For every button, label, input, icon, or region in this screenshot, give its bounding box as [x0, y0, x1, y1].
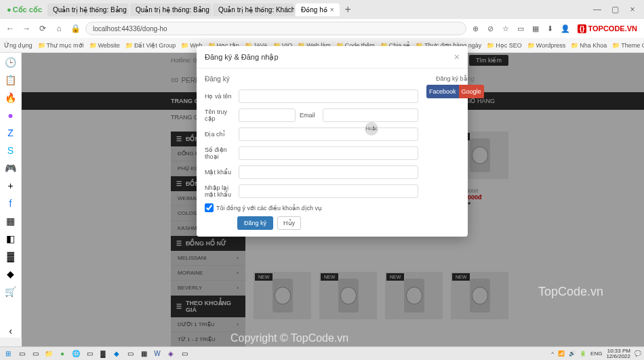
tab-label: Quản trị hệ thống: Bảng điề [53, 6, 129, 14]
start-icon[interactable]: ⊞ [3, 348, 14, 359]
word-icon[interactable]: W [152, 348, 163, 359]
minimize-icon[interactable]: — [591, 3, 603, 16]
task-app-icon[interactable]: ▓ [98, 348, 108, 359]
email-field[interactable] [323, 108, 418, 122]
address-bar[interactable] [85, 22, 466, 35]
cast-icon[interactable]: ▭ [515, 23, 526, 34]
task-app-icon[interactable]: ▭ [16, 348, 27, 359]
tab[interactable]: Quản trị hệ thống: Bảng điề× [130, 3, 212, 16]
facebook-icon[interactable]: f [4, 197, 18, 210]
url-bar: ← → ⟳ ⌂ 🔒 ⊕ ⊘ ☆ ▭ ▦ ⬇ 👤 {}TOPCODE.VN [0, 19, 644, 38]
username-label: Tên truy cập [205, 108, 235, 122]
clock-date[interactable]: 12/6/2022 [606, 354, 630, 359]
extension-icon[interactable]: ▦ [530, 23, 541, 34]
zoom-icon[interactable]: ⊕ [470, 23, 481, 34]
zalo-icon[interactable]: Z [4, 126, 18, 140]
tabs-bar: Cốc cốc Quản trị hệ thống: Bảng điề× Quả… [0, 0, 644, 19]
tab-label: Đồng hồ [301, 6, 327, 14]
tab[interactable]: Quản trị hệ thống: Khách hà× [213, 3, 294, 16]
fullname-field[interactable] [239, 89, 418, 103]
tray-icon[interactable]: ^ [551, 351, 554, 357]
maximize-icon[interactable]: ▢ [609, 3, 621, 16]
explorer-icon[interactable]: 📁 [43, 348, 54, 359]
register-modal: Đăng ký & Đăng nhập × Đăng ký Họ và tên … [197, 46, 468, 237]
tab-label: Quản trị hệ thống: Khách hà [218, 6, 294, 14]
close-icon[interactable]: × [454, 52, 460, 62]
form-subtitle: Đăng ký [205, 75, 418, 83]
username-field[interactable] [239, 108, 296, 122]
address-field[interactable] [239, 127, 418, 141]
lock-icon: 🔒 [69, 22, 81, 35]
app-icon[interactable]: ▦ [4, 214, 18, 228]
vscode-icon[interactable]: ◆ [111, 348, 122, 359]
task-app-icon[interactable]: ▭ [179, 348, 190, 359]
app-sidebar: 🕒 📋 🔥 ● Z S 🎮 + f ▦ ◧ ▓ ◆ 🛒 ‹ [0, 53, 22, 338]
download-icon[interactable]: ⬇ [545, 23, 556, 34]
history-icon[interactable]: 🕒 [4, 56, 18, 69]
modal-title: Đăng ký & Đăng nhập [205, 53, 279, 62]
window-close-icon[interactable]: × [626, 3, 639, 16]
new-tab-button[interactable]: + [341, 3, 355, 16]
battery-icon[interactable]: 🔋 [580, 351, 586, 357]
bookmark[interactable]: Ứng dụng [4, 42, 33, 49]
profile-icon[interactable]: 👤 [560, 23, 571, 34]
back-icon[interactable]: ← [4, 22, 16, 35]
skype-icon[interactable]: S [4, 144, 18, 157]
task-app-icon[interactable]: ▦ [138, 348, 149, 359]
social-title: Đăng ký bằng [426, 75, 484, 82]
app-icon[interactable]: ▓ [4, 249, 18, 263]
taskbar: ⊞ ▭ ▭ 📁 ● 🌐 ▭ ▓ ◆ ▭ ▦ W ◈ ▭ ^ 📶 🔊 🔋 ENG … [0, 346, 644, 360]
reload-icon[interactable]: ⟳ [37, 22, 49, 35]
or-divider: Hoặc [365, 122, 378, 136]
submit-button[interactable]: Đăng ký [237, 216, 273, 230]
tab-active[interactable]: Đồng hồ× [296, 3, 340, 16]
vs-icon[interactable]: ◈ [165, 348, 176, 359]
facebook-button[interactable]: Facebook [426, 85, 459, 98]
close-icon[interactable]: × [330, 6, 334, 14]
phone-field[interactable] [239, 146, 418, 160]
star-icon[interactable]: ☆ [500, 23, 511, 34]
agree-checkbox[interactable] [205, 203, 214, 212]
game-icon[interactable]: 🎮 [4, 161, 18, 175]
task-app-icon[interactable]: ▭ [30, 348, 41, 359]
bookmark[interactable]: 📁Nha Khoa [571, 42, 607, 49]
browser-logo: Cốc cốc [3, 5, 46, 14]
google-button[interactable]: Google [459, 85, 484, 98]
app-icon[interactable]: ◧ [4, 232, 18, 245]
bookmark[interactable]: 📁Đất Việt Group [125, 42, 176, 49]
password-label: Mật khẩu [205, 169, 235, 176]
password-field[interactable] [239, 165, 418, 179]
notification-icon[interactable]: 💬 [635, 351, 641, 357]
bookmark[interactable]: 📁Học SEO [487, 42, 522, 49]
app-icon[interactable]: ◆ [4, 267, 18, 281]
forward-icon[interactable]: → [20, 22, 33, 35]
lang-indicator[interactable]: ENG [590, 351, 602, 357]
address-label: Địa chỉ [205, 131, 235, 138]
topcode-text: TOPCODE.VN [588, 24, 637, 33]
note-icon[interactable]: 📋 [4, 73, 18, 87]
tab-label: Quản trị hệ thống: Bảng điề [136, 6, 212, 14]
cancel-button[interactable]: Hủy [277, 216, 301, 230]
collapse-icon[interactable]: ‹ [4, 324, 18, 338]
task-app-icon[interactable]: ▭ [84, 348, 95, 359]
cart-icon[interactable]: 🛒 [4, 285, 18, 298]
wifi-icon[interactable]: 📶 [558, 351, 565, 357]
email-label: Email [300, 112, 319, 119]
browser-icon[interactable]: ● [57, 348, 68, 359]
chrome-icon[interactable]: 🌐 [71, 348, 81, 359]
social-login: Đăng ký bằng Facebook Google [426, 75, 484, 230]
fire-icon[interactable]: 🔥 [4, 91, 18, 104]
bookmark[interactable]: 📁Theme Clone [612, 42, 644, 49]
home-icon[interactable]: ⌂ [53, 22, 65, 35]
shield-icon[interactable]: ⊘ [485, 23, 496, 34]
bookmark[interactable]: 📁Website [89, 42, 120, 49]
volume-icon[interactable]: 🔊 [569, 351, 576, 357]
bookmark[interactable]: 📁Wordpress [527, 42, 565, 49]
modal-header: Đăng ký & Đăng nhập × [197, 46, 468, 68]
tab[interactable]: Quản trị hệ thống: Bảng điề× [47, 3, 129, 16]
add-icon[interactable]: + [4, 179, 18, 193]
messenger-icon[interactable]: ● [4, 108, 18, 122]
bookmark[interactable]: 📁Thư mục mới [38, 42, 84, 49]
task-app-icon[interactable]: ▭ [125, 348, 136, 359]
confirm-field[interactable] [239, 184, 418, 198]
